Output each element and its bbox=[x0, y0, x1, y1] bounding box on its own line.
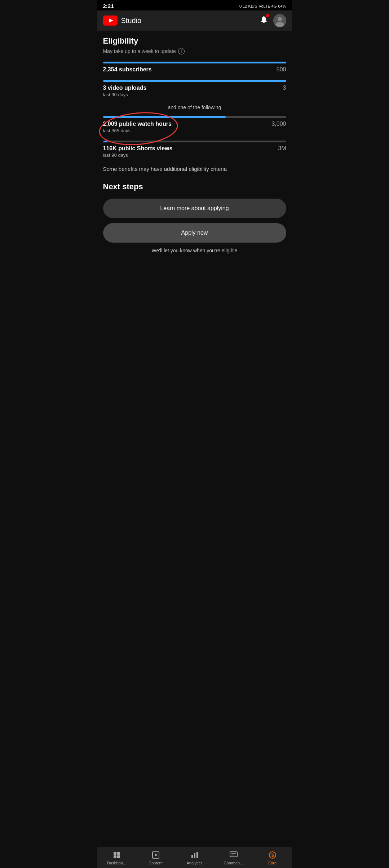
nav-item-dashboard[interactable]: Dashboa... bbox=[97, 847, 136, 868]
uploads-sub: last 90 days bbox=[103, 92, 147, 97]
status-icons: 0.12 KB/S VoLTE 4G 84% bbox=[239, 4, 286, 8]
benefits-note: Some benefits may have additional eligib… bbox=[103, 165, 286, 173]
shorts-labels: 116K public Shorts views last 90 days 3M bbox=[103, 145, 286, 158]
shorts-target: 3M bbox=[278, 145, 286, 152]
svg-rect-6 bbox=[117, 852, 120, 855]
app-name: Studio bbox=[121, 17, 142, 25]
subscribers-current: 2,354 subscribers bbox=[103, 66, 152, 73]
subscribers-track bbox=[103, 62, 286, 63]
youtube-logo bbox=[103, 15, 118, 26]
status-time: 2:21 bbox=[103, 3, 114, 9]
uploads-current: 3 video uploads bbox=[103, 85, 147, 91]
main-content: Eligibility May take up to a week to upd… bbox=[97, 31, 292, 289]
watch-hours-left: 2,009 public watch hours last 365 days bbox=[103, 121, 172, 133]
subscribers-fill bbox=[103, 62, 286, 63]
learn-more-button[interactable]: Learn more about applying bbox=[103, 199, 286, 218]
svg-point-3 bbox=[278, 17, 282, 21]
svg-rect-13 bbox=[196, 852, 198, 858]
subtitle: May take up to a week to update i bbox=[103, 48, 286, 54]
watch-hours-fill bbox=[103, 116, 226, 118]
notifications-button[interactable] bbox=[260, 15, 268, 26]
uploads-labels: 3 video uploads last 90 days 3 bbox=[103, 85, 286, 97]
svg-rect-8 bbox=[117, 855, 120, 858]
divider-text: and one of the following bbox=[103, 105, 286, 110]
svg-rect-5 bbox=[114, 852, 116, 855]
status-bar: 2:21 0.12 KB/S VoLTE 4G 84% bbox=[97, 0, 292, 10]
subtitle-text: May take up to a week to update bbox=[103, 48, 176, 54]
subscribers-progress: 2,354 subscribers 500 bbox=[103, 62, 286, 73]
watch-hours-target: 3,000 bbox=[271, 121, 286, 127]
nav-label-earn: Earn bbox=[268, 861, 277, 865]
analytics-icon bbox=[190, 851, 199, 859]
uploads-left: 3 video uploads last 90 days bbox=[103, 85, 147, 97]
dashboard-icon bbox=[112, 851, 121, 859]
speed-indicator: 0.12 KB/S bbox=[239, 4, 257, 8]
uploads-fill bbox=[103, 80, 286, 82]
nav-label-content: Content bbox=[149, 861, 163, 865]
earn-icon: $ bbox=[268, 851, 277, 859]
subscribers-labels: 2,354 subscribers 500 bbox=[103, 66, 286, 73]
shorts-left: 116K public Shorts views last 90 days bbox=[103, 145, 173, 158]
nav-item-analytics[interactable]: Analytics bbox=[175, 847, 214, 868]
uploads-track bbox=[103, 80, 286, 82]
svg-rect-7 bbox=[114, 855, 116, 858]
shorts-track bbox=[103, 141, 286, 142]
watch-hours-sub: last 365 days bbox=[103, 128, 172, 133]
info-icon[interactable]: i bbox=[178, 48, 185, 54]
svg-marker-10 bbox=[155, 854, 158, 856]
shorts-current: 116K public Shorts views bbox=[103, 145, 173, 152]
watch-hours-progress: 2,009 public watch hours last 365 days 3… bbox=[103, 116, 286, 133]
apply-now-button[interactable]: Apply now bbox=[103, 223, 286, 243]
header-left: Studio bbox=[103, 15, 142, 26]
subscribers-left: 2,354 subscribers bbox=[103, 66, 152, 73]
nav-label-comments: Commen... bbox=[224, 861, 243, 865]
uploads-target: 3 bbox=[283, 85, 286, 91]
section-title: Eligibility bbox=[103, 36, 286, 46]
comments-icon bbox=[229, 851, 238, 859]
video-uploads-progress: 3 video uploads last 90 days 3 bbox=[103, 80, 286, 97]
bottom-nav: Dashboa... Content Analytics Commen... $ bbox=[97, 847, 292, 868]
network-indicator: VoLTE 4G bbox=[259, 4, 277, 8]
app-header: Studio bbox=[97, 10, 292, 31]
eligibility-note: We'll let you know when you're eligible bbox=[103, 248, 286, 253]
nav-label-dashboard: Dashboa... bbox=[107, 861, 126, 865]
nav-label-analytics: Analytics bbox=[186, 861, 202, 865]
content-icon bbox=[151, 851, 160, 859]
shorts-fill bbox=[103, 141, 107, 142]
next-steps-title: Next steps bbox=[103, 182, 286, 191]
shorts-sub: last 90 days bbox=[103, 152, 173, 158]
watch-hours-current: 2,009 public watch hours bbox=[103, 121, 172, 127]
svg-text:$: $ bbox=[271, 853, 274, 858]
nav-item-content[interactable]: Content bbox=[136, 847, 175, 868]
watch-hours-track bbox=[103, 116, 286, 118]
header-right bbox=[260, 14, 286, 27]
notification-badge bbox=[266, 14, 269, 17]
battery-indicator: 84% bbox=[278, 4, 286, 8]
watch-hours-section: 2,009 public watch hours last 365 days 3… bbox=[103, 116, 286, 133]
avatar[interactable] bbox=[273, 14, 286, 27]
nav-item-earn[interactable]: $ Earn bbox=[253, 847, 292, 868]
nav-item-comments[interactable]: Commen... bbox=[214, 847, 253, 868]
subscribers-target: 500 bbox=[277, 66, 286, 73]
watch-hours-labels: 2,009 public watch hours last 365 days 3… bbox=[103, 121, 286, 133]
svg-rect-12 bbox=[194, 853, 195, 858]
svg-rect-14 bbox=[230, 852, 237, 857]
svg-rect-11 bbox=[191, 855, 193, 858]
shorts-views-progress: 116K public Shorts views last 90 days 3M bbox=[103, 141, 286, 158]
